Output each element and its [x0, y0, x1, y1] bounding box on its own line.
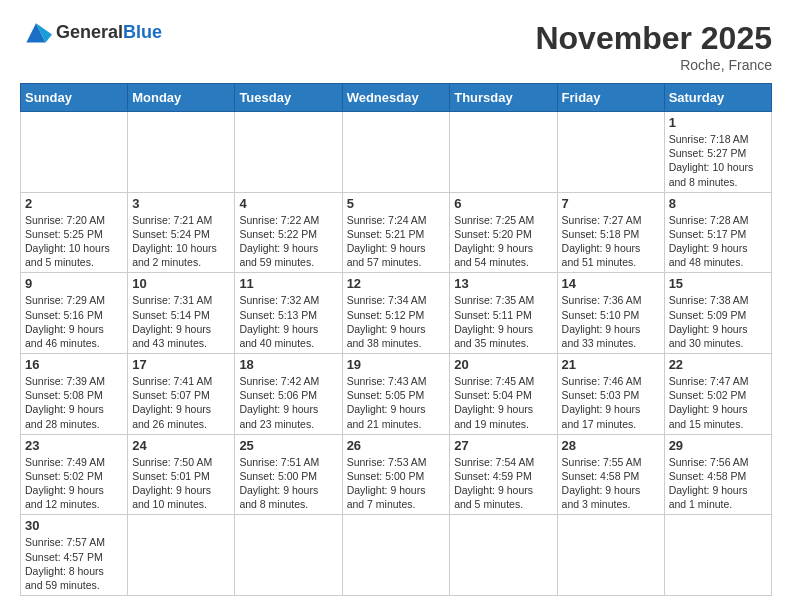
day-number: 27	[454, 438, 552, 453]
week-row-4: 16Sunrise: 7:39 AM Sunset: 5:08 PM Dayli…	[21, 354, 772, 435]
day-number: 1	[669, 115, 767, 130]
day-number: 19	[347, 357, 446, 372]
week-row-5: 23Sunrise: 7:49 AM Sunset: 5:02 PM Dayli…	[21, 434, 772, 515]
logo: GeneralBlue	[20, 20, 162, 44]
day-info: Sunrise: 7:22 AM Sunset: 5:22 PM Dayligh…	[239, 213, 337, 270]
day-number: 22	[669, 357, 767, 372]
day-info: Sunrise: 7:20 AM Sunset: 5:25 PM Dayligh…	[25, 213, 123, 270]
day-info: Sunrise: 7:32 AM Sunset: 5:13 PM Dayligh…	[239, 293, 337, 350]
calendar-cell: 23Sunrise: 7:49 AM Sunset: 5:02 PM Dayli…	[21, 434, 128, 515]
day-number: 25	[239, 438, 337, 453]
calendar-cell	[664, 515, 771, 596]
day-info: Sunrise: 7:36 AM Sunset: 5:10 PM Dayligh…	[562, 293, 660, 350]
calendar-cell: 18Sunrise: 7:42 AM Sunset: 5:06 PM Dayli…	[235, 354, 342, 435]
day-info: Sunrise: 7:39 AM Sunset: 5:08 PM Dayligh…	[25, 374, 123, 431]
calendar-cell: 27Sunrise: 7:54 AM Sunset: 4:59 PM Dayli…	[450, 434, 557, 515]
day-info: Sunrise: 7:56 AM Sunset: 4:58 PM Dayligh…	[669, 455, 767, 512]
logo-text: GeneralBlue	[56, 22, 162, 43]
day-info: Sunrise: 7:43 AM Sunset: 5:05 PM Dayligh…	[347, 374, 446, 431]
day-header-wednesday: Wednesday	[342, 84, 450, 112]
day-number: 15	[669, 276, 767, 291]
calendar-cell	[128, 515, 235, 596]
calendar-cell: 10Sunrise: 7:31 AM Sunset: 5:14 PM Dayli…	[128, 273, 235, 354]
day-info: Sunrise: 7:28 AM Sunset: 5:17 PM Dayligh…	[669, 213, 767, 270]
calendar-cell: 8Sunrise: 7:28 AM Sunset: 5:17 PM Daylig…	[664, 192, 771, 273]
day-number: 18	[239, 357, 337, 372]
day-number: 5	[347, 196, 446, 211]
page-header: GeneralBlue November 2025 Roche, France	[20, 20, 772, 73]
day-info: Sunrise: 7:18 AM Sunset: 5:27 PM Dayligh…	[669, 132, 767, 189]
day-number: 11	[239, 276, 337, 291]
day-number: 29	[669, 438, 767, 453]
day-number: 7	[562, 196, 660, 211]
month-year-title: November 2025	[535, 20, 772, 57]
day-number: 8	[669, 196, 767, 211]
day-info: Sunrise: 7:51 AM Sunset: 5:00 PM Dayligh…	[239, 455, 337, 512]
day-info: Sunrise: 7:54 AM Sunset: 4:59 PM Dayligh…	[454, 455, 552, 512]
calendar-cell: 25Sunrise: 7:51 AM Sunset: 5:00 PM Dayli…	[235, 434, 342, 515]
calendar-cell	[342, 112, 450, 193]
calendar-cell	[21, 112, 128, 193]
day-number: 2	[25, 196, 123, 211]
day-info: Sunrise: 7:50 AM Sunset: 5:01 PM Dayligh…	[132, 455, 230, 512]
day-info: Sunrise: 7:38 AM Sunset: 5:09 PM Dayligh…	[669, 293, 767, 350]
calendar-cell: 15Sunrise: 7:38 AM Sunset: 5:09 PM Dayli…	[664, 273, 771, 354]
day-info: Sunrise: 7:35 AM Sunset: 5:11 PM Dayligh…	[454, 293, 552, 350]
day-info: Sunrise: 7:41 AM Sunset: 5:07 PM Dayligh…	[132, 374, 230, 431]
day-number: 24	[132, 438, 230, 453]
day-number: 10	[132, 276, 230, 291]
day-info: Sunrise: 7:46 AM Sunset: 5:03 PM Dayligh…	[562, 374, 660, 431]
calendar-cell	[450, 515, 557, 596]
day-number: 14	[562, 276, 660, 291]
calendar-cell: 20Sunrise: 7:45 AM Sunset: 5:04 PM Dayli…	[450, 354, 557, 435]
calendar-cell: 9Sunrise: 7:29 AM Sunset: 5:16 PM Daylig…	[21, 273, 128, 354]
day-number: 21	[562, 357, 660, 372]
calendar-cell: 14Sunrise: 7:36 AM Sunset: 5:10 PM Dayli…	[557, 273, 664, 354]
day-info: Sunrise: 7:29 AM Sunset: 5:16 PM Dayligh…	[25, 293, 123, 350]
calendar-cell: 5Sunrise: 7:24 AM Sunset: 5:21 PM Daylig…	[342, 192, 450, 273]
day-info: Sunrise: 7:24 AM Sunset: 5:21 PM Dayligh…	[347, 213, 446, 270]
calendar-cell: 17Sunrise: 7:41 AM Sunset: 5:07 PM Dayli…	[128, 354, 235, 435]
day-info: Sunrise: 7:57 AM Sunset: 4:57 PM Dayligh…	[25, 535, 123, 592]
calendar-cell: 13Sunrise: 7:35 AM Sunset: 5:11 PM Dayli…	[450, 273, 557, 354]
calendar-cell	[235, 112, 342, 193]
day-info: Sunrise: 7:45 AM Sunset: 5:04 PM Dayligh…	[454, 374, 552, 431]
calendar-cell	[557, 112, 664, 193]
calendar-cell	[342, 515, 450, 596]
title-block: November 2025 Roche, France	[535, 20, 772, 73]
calendar-table: SundayMondayTuesdayWednesdayThursdayFrid…	[20, 83, 772, 596]
day-number: 16	[25, 357, 123, 372]
day-info: Sunrise: 7:49 AM Sunset: 5:02 PM Dayligh…	[25, 455, 123, 512]
day-header-sunday: Sunday	[21, 84, 128, 112]
day-header-friday: Friday	[557, 84, 664, 112]
day-number: 17	[132, 357, 230, 372]
day-info: Sunrise: 7:34 AM Sunset: 5:12 PM Dayligh…	[347, 293, 446, 350]
calendar-cell: 11Sunrise: 7:32 AM Sunset: 5:13 PM Dayli…	[235, 273, 342, 354]
day-header-tuesday: Tuesday	[235, 84, 342, 112]
day-number: 26	[347, 438, 446, 453]
calendar-cell: 24Sunrise: 7:50 AM Sunset: 5:01 PM Dayli…	[128, 434, 235, 515]
calendar-cell: 6Sunrise: 7:25 AM Sunset: 5:20 PM Daylig…	[450, 192, 557, 273]
calendar-cell: 22Sunrise: 7:47 AM Sunset: 5:02 PM Dayli…	[664, 354, 771, 435]
calendar-cell	[235, 515, 342, 596]
day-info: Sunrise: 7:53 AM Sunset: 5:00 PM Dayligh…	[347, 455, 446, 512]
logo-icon	[20, 20, 52, 44]
calendar-cell: 3Sunrise: 7:21 AM Sunset: 5:24 PM Daylig…	[128, 192, 235, 273]
calendar-header-row: SundayMondayTuesdayWednesdayThursdayFrid…	[21, 84, 772, 112]
calendar-cell	[450, 112, 557, 193]
day-info: Sunrise: 7:31 AM Sunset: 5:14 PM Dayligh…	[132, 293, 230, 350]
day-info: Sunrise: 7:55 AM Sunset: 4:58 PM Dayligh…	[562, 455, 660, 512]
day-number: 30	[25, 518, 123, 533]
calendar-cell: 19Sunrise: 7:43 AM Sunset: 5:05 PM Dayli…	[342, 354, 450, 435]
calendar-cell	[557, 515, 664, 596]
day-info: Sunrise: 7:47 AM Sunset: 5:02 PM Dayligh…	[669, 374, 767, 431]
week-row-2: 2Sunrise: 7:20 AM Sunset: 5:25 PM Daylig…	[21, 192, 772, 273]
day-number: 13	[454, 276, 552, 291]
calendar-cell: 29Sunrise: 7:56 AM Sunset: 4:58 PM Dayli…	[664, 434, 771, 515]
calendar-cell: 28Sunrise: 7:55 AM Sunset: 4:58 PM Dayli…	[557, 434, 664, 515]
location-subtitle: Roche, France	[535, 57, 772, 73]
day-number: 28	[562, 438, 660, 453]
day-number: 9	[25, 276, 123, 291]
day-info: Sunrise: 7:21 AM Sunset: 5:24 PM Dayligh…	[132, 213, 230, 270]
calendar-cell: 26Sunrise: 7:53 AM Sunset: 5:00 PM Dayli…	[342, 434, 450, 515]
